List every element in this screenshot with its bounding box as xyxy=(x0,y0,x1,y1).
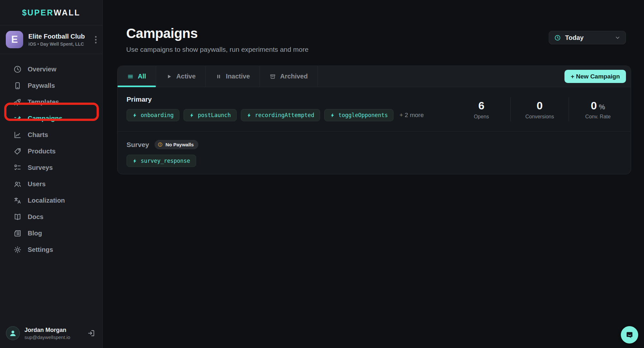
stat-opens: 6 Opens xyxy=(452,99,510,120)
sidebar-item-campaigns[interactable]: Campaigns xyxy=(0,110,102,127)
tab-label: Active xyxy=(176,73,196,80)
sidebar-item-templates[interactable]: Templates xyxy=(0,94,102,110)
trigger-tag[interactable]: toggleOpponents xyxy=(324,109,394,121)
chat-bubble-icon xyxy=(625,330,634,339)
user-profile[interactable]: Jordan Morgan sup@daywellspent.io xyxy=(0,321,102,348)
bolt-icon xyxy=(132,113,137,118)
user-email: sup@daywellspent.io xyxy=(24,334,82,340)
badge-label: No Paywalls xyxy=(166,142,194,147)
split-arrow-icon xyxy=(13,114,22,123)
logout-icon[interactable] xyxy=(87,329,95,337)
stat-value: 0 xyxy=(537,99,543,112)
sidebar-item-label: Templates xyxy=(28,98,59,106)
more-tags-label: + 2 more xyxy=(399,112,424,119)
stat-label: Conv. Rate xyxy=(569,114,627,120)
sidebar-item-label: Localization xyxy=(28,197,65,204)
sidebar-item-label: Docs xyxy=(28,213,43,221)
user-name: Jordan Morgan xyxy=(24,327,82,334)
sidebar-item-settings[interactable]: Settings xyxy=(0,242,102,258)
kebab-menu-icon[interactable] xyxy=(94,34,98,45)
tag-label: onboarding xyxy=(141,112,174,118)
campaigns-tabbar: All Active Inactive Archived + New Campa… xyxy=(118,66,631,87)
account-name: Elite Football Club xyxy=(28,33,89,40)
sidebar: $UPERWALL E Elite Football Club iOS • Da… xyxy=(0,0,103,348)
sidebar-item-label: Products xyxy=(28,148,56,155)
tab-all[interactable]: All xyxy=(118,66,156,87)
trigger-tag[interactable]: onboarding xyxy=(127,109,179,121)
sidebar-item-label: Paywalls xyxy=(28,82,55,89)
sidebar-item-charts[interactable]: Charts xyxy=(0,127,102,143)
list-icon xyxy=(127,73,134,80)
tab-label: All xyxy=(138,73,146,80)
sidebar-item-label: Overview xyxy=(28,66,56,73)
sidebar-item-label: Users xyxy=(28,180,46,188)
sidebar-item-overview[interactable]: Overview xyxy=(0,61,102,78)
main-content: Campaigns Use campaigns to show paywalls… xyxy=(103,0,644,348)
logo-text-teal: $UPER xyxy=(22,8,53,17)
sidebar-item-surveys[interactable]: Surveys xyxy=(0,160,102,176)
users-icon xyxy=(13,180,22,188)
logo-text-white: WALL xyxy=(54,8,80,17)
account-subtitle: iOS • Day Well Spent, LLC xyxy=(28,41,89,47)
stat-label: Conversions xyxy=(511,114,569,120)
stat-conversions: 0 Conversions xyxy=(511,99,569,120)
campaign-name: Survey xyxy=(127,141,149,149)
info-icon xyxy=(157,142,163,147)
sidebar-item-docs[interactable]: Docs xyxy=(0,209,102,225)
tag-label: postLaunch xyxy=(198,112,231,118)
tag-icon xyxy=(13,147,22,156)
page-subtitle: Use campaigns to show paywalls, run expe… xyxy=(126,46,308,53)
superwall-logo: $UPERWALL xyxy=(0,0,102,25)
tab-archived[interactable]: Archived xyxy=(260,66,318,87)
newspaper-icon xyxy=(13,229,22,238)
tag-label: recordingAttempted xyxy=(255,112,314,118)
sidebar-nav: Overview Paywalls Templates Campaigns Ch… xyxy=(0,54,102,258)
person-icon xyxy=(8,328,18,338)
chevron-down-icon xyxy=(615,35,620,41)
sidebar-item-localization[interactable]: Localization xyxy=(0,192,102,209)
date-filter-dropdown[interactable]: Today xyxy=(549,31,626,44)
sidebar-item-label: Blog xyxy=(28,230,42,237)
stat-value: 0 xyxy=(591,99,597,112)
stat-label: Opens xyxy=(452,114,510,120)
tab-active[interactable]: Active xyxy=(156,66,206,87)
sidebar-item-label: Campaigns xyxy=(28,115,62,122)
bolt-icon xyxy=(247,113,251,118)
pause-icon xyxy=(215,73,222,80)
clock-icon xyxy=(13,65,22,74)
page-title: Campaigns xyxy=(126,26,308,41)
clock-icon xyxy=(554,34,561,41)
campaign-row-survey[interactable]: Survey No Paywalls survey_response xyxy=(118,132,631,175)
trigger-tag[interactable]: postLaunch xyxy=(184,109,236,121)
campaigns-panel: All Active Inactive Archived + New Campa… xyxy=(117,66,631,174)
user-avatar xyxy=(6,326,20,340)
bolt-icon xyxy=(132,159,137,163)
tag-label: toggleOpponents xyxy=(338,112,388,118)
trigger-tag[interactable]: recordingAttempted xyxy=(241,109,320,121)
archive-icon xyxy=(270,73,276,80)
stat-value: 6 xyxy=(478,99,485,112)
campaign-row-primary[interactable]: Primary onboarding postLaunch recordingA… xyxy=(118,87,631,132)
translate-icon xyxy=(13,196,22,205)
sidebar-item-label: Surveys xyxy=(28,164,53,171)
sidebar-item-paywalls[interactable]: Paywalls xyxy=(0,78,102,94)
sidebar-item-users[interactable]: Users xyxy=(0,176,102,192)
date-filter-value: Today xyxy=(565,34,583,41)
sidebar-item-products[interactable]: Products xyxy=(0,143,102,160)
tab-inactive[interactable]: Inactive xyxy=(206,66,260,87)
book-icon xyxy=(13,213,22,221)
tab-label: Archived xyxy=(280,73,308,80)
tag-label: survey_response xyxy=(141,158,190,164)
gear-icon xyxy=(13,245,22,254)
bolt-icon xyxy=(189,113,194,118)
sidebar-item-blog[interactable]: Blog xyxy=(0,225,102,242)
trigger-tag[interactable]: survey_response xyxy=(127,155,196,167)
stat-suffix: % xyxy=(599,103,605,111)
sidebar-item-label: Settings xyxy=(28,246,53,253)
rocket-icon xyxy=(13,98,22,106)
account-switcher[interactable]: E Elite Football Club iOS • Day Well Spe… xyxy=(0,25,102,54)
chat-launcher-button[interactable] xyxy=(621,326,638,343)
new-campaign-button[interactable]: + New Campaign xyxy=(564,70,626,83)
tab-label: Inactive xyxy=(226,73,250,80)
bolt-icon xyxy=(330,113,335,118)
